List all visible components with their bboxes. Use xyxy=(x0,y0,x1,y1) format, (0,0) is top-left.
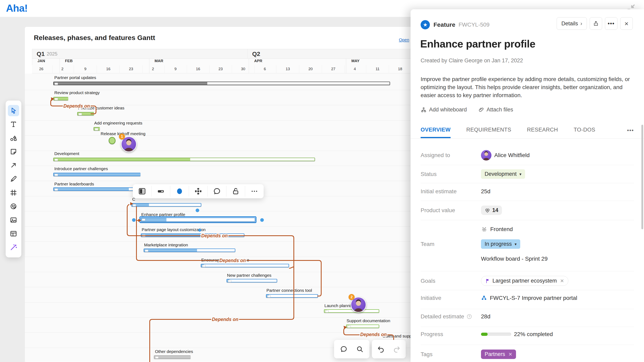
tabs-overflow-icon[interactable]: ••• xyxy=(627,127,634,138)
tick-separator xyxy=(232,65,232,73)
remove-goal-icon[interactable]: ✕ xyxy=(560,278,564,284)
add-whiteboard-button[interactable]: Add whiteboard xyxy=(420,107,467,113)
record-type-chip xyxy=(325,310,329,313)
gantt-bar-development[interactable] xyxy=(53,158,315,161)
gantt-bar-review-product-strategy[interactable] xyxy=(53,97,68,100)
initiative-link: FWCYL-S-7 Improve partner portal xyxy=(490,295,577,301)
gantt-bar-enhance-partner-profile[interactable] xyxy=(141,218,255,222)
tab-to-dos[interactable]: TO-DOS xyxy=(574,127,596,138)
gantt-bar-add-engineering-requests[interactable] xyxy=(94,127,100,130)
workflow-board-link[interactable]: Workflow board - Sprint 29 xyxy=(481,256,548,262)
gantt-row-label-partner-connections-tool: Partner connections tool xyxy=(266,288,312,293)
gantt-bar-launch-planning[interactable] xyxy=(324,309,379,313)
assignee-name: Alice Whitfield xyxy=(494,152,530,158)
week-tick: 11 xyxy=(376,67,380,71)
timeline-month: APR xyxy=(249,59,346,65)
comment-icon[interactable] xyxy=(208,184,226,198)
gantt-bar-encourage-team-exercise[interactable] xyxy=(201,264,289,267)
week-tick: 23 xyxy=(129,67,133,71)
tab-research[interactable]: RESEARCH xyxy=(527,127,558,138)
more-icon[interactable] xyxy=(245,184,264,198)
move-icon[interactable] xyxy=(189,184,208,198)
redo-icon[interactable] xyxy=(390,343,403,356)
feature-description[interactable]: Improve the partner profile experience b… xyxy=(420,75,631,99)
bar-progress-fill xyxy=(54,82,207,85)
tool-pen-icon[interactable] xyxy=(8,173,19,185)
gantt-row-label-marketplace-integration: Marketplace integration xyxy=(144,243,188,247)
week-tick: 6 xyxy=(264,67,266,71)
tool-cursor-icon[interactable] xyxy=(8,105,19,116)
tick-separator xyxy=(366,65,366,73)
gantt-bar-partner-connections-tool[interactable] xyxy=(266,294,318,298)
panel-scrollbar[interactable] xyxy=(642,125,643,229)
gantt-bar-new-partner-challenges[interactable] xyxy=(226,279,277,282)
selection-handle[interactable] xyxy=(132,218,136,222)
bar-progress-fill xyxy=(141,234,200,237)
open-link[interactable]: Open xyxy=(399,37,409,42)
team-value[interactable]: Frontend xyxy=(481,226,548,233)
gantt-row-label-encourage-team-exercise: Encourage team exercise xyxy=(201,258,249,263)
tick-separator xyxy=(389,65,389,73)
selection-handle[interactable] xyxy=(260,218,264,222)
tool-image-icon[interactable] xyxy=(8,214,19,226)
week-tick: 30 xyxy=(241,67,245,71)
lock-open-icon[interactable] xyxy=(226,184,245,198)
gantt-bar-partner-leaderboards[interactable] xyxy=(53,187,141,191)
initial-estimate-value[interactable]: 25d xyxy=(481,188,490,195)
record-type-chip xyxy=(142,235,146,237)
bar-style-icon[interactable] xyxy=(152,184,170,198)
details-button[interactable]: Details› xyxy=(557,17,587,30)
record-type-chip xyxy=(142,219,145,221)
tool-text-tool-icon[interactable] xyxy=(8,119,19,130)
field-goals: Goals Largest partner ecosystem ✕ xyxy=(420,276,634,286)
timeline-month: FEB xyxy=(60,59,149,65)
gantt-bar-c[interactable] xyxy=(132,203,201,207)
close-icon[interactable]: × xyxy=(620,17,633,30)
tick-separator xyxy=(96,65,97,73)
app-root: Aha! Releases, phases, and features Gant… xyxy=(0,0,644,362)
tool-frame-icon[interactable] xyxy=(8,187,19,198)
tool-magic-wand-icon[interactable] xyxy=(8,242,19,253)
attach-files-button[interactable]: Attach files xyxy=(478,107,513,113)
gantt-bar-partner-page-layout-customization[interactable] xyxy=(141,234,244,237)
gantt-bar-partner-portal-updates[interactable] xyxy=(53,82,390,85)
notification-badge: 1 xyxy=(119,134,125,140)
tick-separator xyxy=(209,65,210,73)
gantt-bar-prioritize-customer-ideas[interactable] xyxy=(77,112,94,115)
remove-tag-icon[interactable]: ✕ xyxy=(508,352,512,357)
gantt-bar-introduce-partner-challenges[interactable] xyxy=(53,173,140,176)
goal-chip[interactable]: Largest partner ecosystem ✕ xyxy=(481,276,568,286)
color-swatch-icon[interactable] xyxy=(170,184,189,198)
gantt-bar-marketplace-integration[interactable] xyxy=(144,249,235,252)
gantt-bar-other-dependencies[interactable] xyxy=(154,355,190,359)
tool-arrow-tool-icon[interactable] xyxy=(8,160,19,171)
tool-sticky-note-icon[interactable] xyxy=(8,146,19,157)
comment-icon[interactable] xyxy=(337,343,350,356)
detailed-estimate-value[interactable]: 28d xyxy=(481,313,490,320)
status-dropdown[interactable]: Development▾ xyxy=(481,169,525,179)
field-product-value: Product value 14 xyxy=(420,206,634,215)
tag-chip[interactable]: Partners✕ xyxy=(481,350,516,359)
tool-sticker-icon[interactable] xyxy=(8,201,19,212)
tab-requirements[interactable]: REQUIREMENTS xyxy=(466,127,512,138)
sprint-status-dropdown[interactable]: In progress▾ xyxy=(481,239,520,249)
progress-bar xyxy=(481,333,511,336)
tab-overview[interactable]: OVERVIEW xyxy=(420,127,450,138)
tool-shapes-icon[interactable] xyxy=(8,132,19,144)
week-tick: 13 xyxy=(286,67,290,71)
record-type-chip xyxy=(78,113,82,115)
gantt-title: Releases, phases, and features Gantt xyxy=(34,34,155,42)
product-value-score[interactable]: 14 xyxy=(481,206,502,215)
gantt-bar-support-documentation[interactable] xyxy=(346,325,379,328)
more-actions-icon[interactable]: ••• xyxy=(605,17,618,30)
card-style-icon[interactable] xyxy=(133,184,151,198)
gantt-row-label-review-product-strategy: Review product strategy xyxy=(54,90,100,95)
selection-frame[interactable] xyxy=(140,216,256,223)
undo-icon[interactable] xyxy=(374,343,388,356)
milestone-release-kickoff-meeting[interactable] xyxy=(109,137,116,144)
aha-logo: Aha! xyxy=(6,2,28,14)
share-icon[interactable] xyxy=(590,17,602,30)
selection-handle[interactable] xyxy=(196,209,199,212)
tool-layout-icon[interactable] xyxy=(8,228,19,239)
search-icon[interactable] xyxy=(354,343,366,356)
